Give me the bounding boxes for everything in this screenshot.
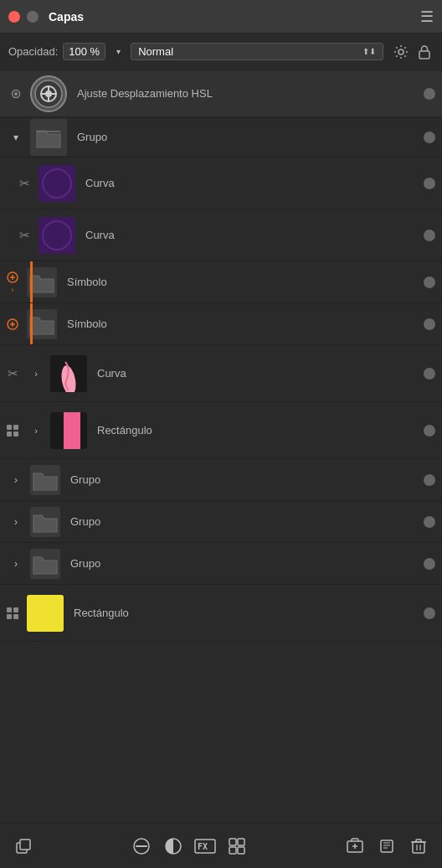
layer-thumbnail bbox=[39, 165, 75, 202]
visibility-icon[interactable] bbox=[7, 86, 25, 101]
svg-rect-16 bbox=[13, 431, 18, 437]
mask-button[interactable] bbox=[162, 834, 185, 858]
scissors-icon: ✂ bbox=[3, 366, 22, 381]
copy-layer-button[interactable] bbox=[12, 834, 35, 858]
scissors-icon: ✂ bbox=[15, 228, 33, 243]
layer-dot bbox=[424, 88, 435, 100]
layer-row[interactable]: ▾ Grupo bbox=[0, 117, 442, 158]
toolbar-center: FX bbox=[130, 834, 249, 858]
svg-rect-19 bbox=[7, 614, 12, 619]
layer-dot bbox=[424, 178, 435, 189]
layer-name: Curva bbox=[92, 367, 419, 380]
svg-rect-17 bbox=[7, 607, 12, 612]
layer-row[interactable]: › Símbolo bbox=[0, 261, 442, 303]
layer-name: Grupo bbox=[72, 131, 419, 143]
layer-name: Grupo bbox=[65, 473, 419, 486]
layer-thumbnail bbox=[30, 119, 67, 156]
layer-dot bbox=[424, 558, 435, 570]
layer-name: Grupo bbox=[65, 515, 419, 528]
close-button[interactable] bbox=[8, 11, 20, 23]
layer-dot bbox=[424, 474, 435, 486]
layer-thumbnail bbox=[50, 355, 87, 392]
svg-rect-24 bbox=[136, 845, 147, 847]
layer-row[interactable]: › Grupo bbox=[0, 501, 442, 543]
layer-dot bbox=[424, 318, 435, 330]
toolbar-right bbox=[343, 834, 430, 858]
svg-rect-13 bbox=[7, 425, 12, 430]
new-layer-button[interactable] bbox=[130, 834, 153, 858]
opacity-dropdown-arrow[interactable]: ▾ bbox=[110, 44, 126, 59]
svg-rect-30 bbox=[229, 847, 236, 854]
layer-row[interactable]: Rectángulo bbox=[0, 585, 442, 642]
header-left: Capas bbox=[8, 10, 84, 23]
layer-thumbnail bbox=[30, 465, 60, 495]
layer-thumbnail bbox=[39, 217, 75, 254]
layer-name: Ajuste Desplazamiento HSL bbox=[72, 87, 419, 100]
orange-accent bbox=[30, 261, 33, 302]
svg-text:FX: FX bbox=[198, 842, 208, 851]
expand-icon[interactable]: › bbox=[7, 474, 25, 486]
expand-icon[interactable]: › bbox=[7, 516, 25, 528]
svg-rect-28 bbox=[229, 839, 236, 845]
svg-rect-22 bbox=[20, 840, 30, 850]
layer-dot bbox=[424, 368, 435, 380]
layer-row[interactable]: Ajuste Desplazamiento HSL bbox=[0, 70, 442, 117]
layer-name: Curva bbox=[80, 177, 419, 189]
layer-name: Grupo bbox=[65, 557, 419, 570]
layer-thumbnail bbox=[50, 412, 87, 449]
svg-rect-18 bbox=[13, 607, 18, 612]
layer-dot bbox=[424, 607, 435, 619]
blend-mode-text: Normal bbox=[138, 45, 359, 58]
expand-icon[interactable]: ▾ bbox=[7, 132, 25, 143]
expand-icon[interactable]: › bbox=[27, 369, 45, 379]
opacity-bar: Opacidad: 100 % ▾ Normal ⬆⬇ bbox=[0, 34, 442, 70]
scissors-icon: ✂ bbox=[15, 176, 33, 191]
expand-icon[interactable]: › bbox=[27, 426, 45, 436]
layer-dot bbox=[424, 276, 435, 288]
svg-rect-31 bbox=[238, 847, 244, 854]
duplicate-button[interactable] bbox=[375, 834, 398, 858]
layer-dot bbox=[424, 230, 435, 241]
layer-row[interactable]: ✂ Curva bbox=[0, 158, 442, 209]
delete-button[interactable] bbox=[407, 834, 430, 858]
layer-row[interactable]: ✂ › Curva bbox=[0, 345, 442, 402]
menu-icon[interactable]: ☰ bbox=[420, 8, 434, 26]
layer-thumbnail bbox=[30, 75, 67, 112]
blend-mode-arrows: ⬆⬇ bbox=[362, 47, 376, 56]
layer-row[interactable]: ✂ Curva bbox=[0, 209, 442, 261]
lock-icon[interactable] bbox=[415, 43, 434, 61]
orange-accent bbox=[30, 303, 33, 344]
svg-rect-1 bbox=[419, 51, 429, 59]
layers-list: Ajuste Desplazamiento HSL ▾ Grupo ✂ Curv… bbox=[0, 70, 442, 823]
expand-icon[interactable]: › bbox=[7, 558, 25, 570]
layer-row[interactable]: Símbolo bbox=[0, 303, 442, 345]
symbol-icon bbox=[3, 317, 22, 332]
layer-dot bbox=[424, 516, 435, 528]
bottom-toolbar: FX bbox=[0, 823, 442, 868]
settings-icon[interactable] bbox=[392, 43, 410, 61]
panel-header: Capas ☰ bbox=[0, 0, 442, 34]
add-layer-button[interactable] bbox=[343, 834, 367, 858]
layer-thumbnail bbox=[27, 595, 64, 632]
layer-thumbnail bbox=[30, 507, 60, 537]
fx-button[interactable]: FX bbox=[193, 834, 217, 858]
minimize-button[interactable] bbox=[27, 11, 39, 23]
opacity-value[interactable]: 100 % bbox=[63, 43, 105, 60]
layer-dot bbox=[424, 132, 435, 143]
symbol-icon: › bbox=[3, 270, 22, 294]
grid-button[interactable] bbox=[225, 834, 249, 858]
layer-row[interactable]: › Grupo bbox=[0, 543, 442, 585]
svg-rect-33 bbox=[381, 840, 393, 852]
opacity-label: Opacidad: bbox=[8, 45, 58, 58]
grid-icon bbox=[3, 424, 22, 437]
svg-rect-29 bbox=[238, 839, 244, 845]
svg-rect-14 bbox=[13, 425, 18, 430]
layer-row[interactable]: › Grupo bbox=[0, 459, 442, 501]
opacity-icons bbox=[392, 43, 434, 61]
layer-name: Símbolo bbox=[62, 318, 419, 330]
layer-name: Curva bbox=[80, 229, 419, 241]
blend-mode-selector[interactable]: Normal ⬆⬇ bbox=[131, 43, 383, 60]
layer-row[interactable]: › Rectángulo bbox=[0, 402, 442, 459]
svg-rect-20 bbox=[13, 614, 18, 619]
svg-rect-8 bbox=[48, 85, 49, 102]
